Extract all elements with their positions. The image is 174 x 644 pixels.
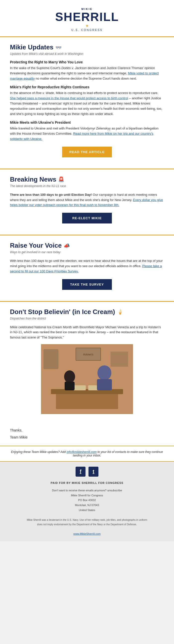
footer-unsubscribe-text: Don't want to receive these emails anymo…	[52, 489, 122, 492]
social-icons-row: f t	[5, 467, 169, 477]
mikie-updates-emoji: 👓	[55, 44, 62, 50]
raise-your-voice-body: With less than 100 days to go until the …	[10, 258, 164, 274]
breaking-news-section: Breaking News 🚨 The latest developments …	[0, 169, 174, 235]
article-1-title: Protecting the Right to Marry Who You Lo…	[10, 60, 164, 64]
footer-unsubscribe: Don't want to receive these emails anymo…	[5, 488, 169, 493]
article-1-body: In the wake of the Supreme Court's Dobbs…	[10, 66, 164, 81]
svg-rect-9	[97, 379, 112, 390]
thanks-line1: Thanks,	[10, 427, 164, 434]
holstens-photo: Holsten's	[41, 344, 133, 414]
breaking-news-subtitle: The latest developments in the NJ-11 rac…	[10, 184, 164, 188]
breaking-news-body: There are less than 100 days to go until…	[10, 192, 164, 208]
birth-control-link[interactable]: She helped pass a measure in the House t…	[10, 96, 128, 100]
ice-cream-body: Mikie celebrated National Ice Cream Mont…	[10, 325, 164, 340]
mikie-updates-title-row: Mikie Updates 👓	[10, 44, 164, 51]
footer-legal: PAID FOR BY MIKIE SHERRILL FOR CONGRESS …	[5, 481, 169, 536]
raise-your-voice-title-row: Raise Your Voice 📣	[10, 242, 164, 250]
article-2-title: Mikie's Fight for Reproductive Rights Co…	[10, 85, 164, 89]
read-article-button[interactable]: READ THE ARTICLE	[62, 147, 112, 158]
raise-your-voice-subtitle: Ways to get involved in our race today	[10, 250, 164, 254]
breaking-news-title: Breaking News	[10, 176, 56, 183]
photo-svg: Holsten's	[41, 344, 133, 414]
ice-cream-section: Don't Stop Believin' (in Ice Cream) 🍦 Di…	[0, 302, 174, 424]
ice-cream-emoji: 🍦	[117, 309, 123, 315]
footer-website: www.MikieSherrill.com	[5, 532, 169, 536]
reelect-mikie-button[interactable]: RE-ELECT MIKIE	[62, 213, 112, 224]
raise-your-voice-text: With less than 100 days to go until the …	[10, 259, 163, 268]
svg-rect-3	[56, 394, 118, 409]
article-3-body: Mikie traveled to Ukraine and met with P…	[10, 126, 164, 142]
header: MIKIE SHERRILL ★ U.S. CONGRESS	[0, 0, 174, 36]
marriage-equality-link[interactable]: Mikie voted to protect marriage equality	[10, 71, 159, 80]
footer-address-line1: Mikie Sherrill for Congress	[5, 493, 169, 498]
footer-paid: PAID FOR BY MIKIE SHERRILL FOR CONGRESS	[5, 481, 169, 486]
thanks-line2: Team Mikie	[10, 434, 164, 441]
footer-notice-before: Enjoying these Team Mikie updates? Add	[11, 450, 67, 454]
facebook-icon[interactable]: f	[76, 467, 86, 477]
svg-rect-2	[51, 389, 123, 394]
footer-social: f t PAID FOR BY MIKIE SHERRILL FOR CONGR…	[0, 462, 174, 542]
footer-website-link[interactable]: www.MikieSherrill.com	[73, 532, 101, 535]
footer-address-line2: PO Box 43032	[5, 498, 169, 503]
facebook-label: f	[80, 469, 82, 474]
mikie-updates-title: Mikie Updates	[10, 44, 53, 51]
ice-cream-subtitle: Dispatches from the district	[10, 317, 164, 320]
ice-cream-title: Don't Stop Believin' (in Ice Cream)	[10, 308, 115, 316]
article-3-title: Mikie Meets with Ukraine's President	[10, 120, 164, 124]
svg-rect-4	[73, 385, 86, 390]
breaking-news-emoji: 🚨	[58, 176, 64, 182]
footer-email-link[interactable]: info@mikiesherrill.com	[67, 450, 97, 454]
footer-disclaimer: Mikie Sherrill was a lieutenant in the U…	[25, 518, 149, 527]
article-2-body: In the absence of Roe v. Wade, Mikie is …	[10, 90, 164, 116]
svg-point-8	[97, 366, 111, 380]
ukraine-link[interactable]: Read more here from Mikie on her trip an…	[10, 132, 153, 141]
raise-your-voice-title: Raise Your Voice	[10, 242, 62, 250]
breaking-news-bold: There are less than 100 days to go until…	[10, 193, 92, 196]
twitter-label: t	[93, 469, 94, 474]
svg-text:Holsten's: Holsten's	[83, 353, 93, 356]
svg-rect-7	[65, 382, 75, 390]
raise-your-voice-emoji: 📣	[64, 243, 70, 249]
svg-rect-11	[111, 352, 128, 367]
take-survey-button[interactable]: TAKE THE SURVEY	[62, 279, 112, 290]
footer-notice: Enjoying these Team Mikie updates? Add i…	[0, 446, 174, 462]
mikie-updates-section: Mikie Updates 👓 Updates from Mikie's vis…	[0, 37, 174, 168]
mikie-updates-subtitle: Updates from Mikie's visit abroad & work…	[10, 52, 164, 56]
svg-point-6	[64, 370, 75, 383]
email-wrapper: MIKIE SHERRILL ★ U.S. CONGRESS Mikie Upd…	[0, 0, 174, 542]
svg-rect-10	[43, 349, 58, 369]
header-star: ★	[5, 24, 169, 28]
header-congress: U.S. CONGRESS	[5, 28, 169, 32]
raise-your-voice-section: Raise Your Voice 📣 Ways to get involved …	[0, 236, 174, 301]
header-surname: SHERRILL	[5, 11, 169, 23]
thanks-section: Thanks, Team Mikie	[0, 424, 174, 446]
breaking-news-title-row: Breaking News 🚨	[10, 176, 164, 183]
footer-address-line4: United States	[5, 508, 169, 513]
twitter-icon[interactable]: t	[88, 467, 98, 477]
footer-address-line3: Montclair, NJ 07043	[5, 503, 169, 508]
ice-cream-title-row: Don't Stop Believin' (in Ice Cream) 🍦	[10, 308, 164, 316]
